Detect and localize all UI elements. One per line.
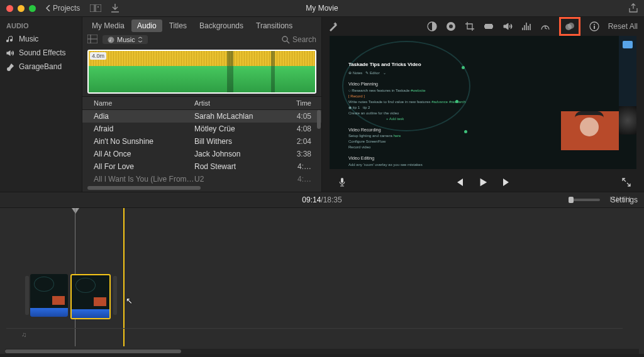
sidebar-item-label: GarageBand xyxy=(19,62,62,71)
search-icon xyxy=(282,36,290,44)
voiceover-mic-icon[interactable] xyxy=(337,177,347,187)
sidebar-item-label: Sound Effects xyxy=(19,48,66,57)
track-time: 4:08 xyxy=(282,124,321,133)
close-window-button[interactable] xyxy=(6,5,13,12)
svg-point-6 xyxy=(108,36,114,43)
svg-rect-19 xyxy=(594,26,595,29)
video-preview[interactable]: Taskade Tips and Tricks Video ⊕ Notes ✎ … xyxy=(330,36,636,169)
zoom-slider[interactable] xyxy=(569,199,600,201)
list-view-toggle[interactable] xyxy=(87,35,97,45)
crop-icon[interactable] xyxy=(465,21,475,31)
skimmer-head[interactable] xyxy=(72,208,79,214)
tracklist-scrollbar[interactable] xyxy=(317,110,321,129)
import-button[interactable] xyxy=(111,4,119,13)
stabilize-icon[interactable] xyxy=(484,21,494,31)
preview-folder-icon xyxy=(623,41,633,48)
browser-tabs: My Media Audio Titles Backgrounds Transi… xyxy=(82,17,321,32)
audio-waveform-preview[interactable]: 4.0m xyxy=(87,50,316,94)
preview-webcam-pip xyxy=(561,111,619,150)
music-note-icon xyxy=(108,36,114,43)
source-dropdown[interactable]: Music xyxy=(103,35,148,44)
maximize-window-button[interactable] xyxy=(29,5,36,12)
playhead[interactable] xyxy=(123,208,125,346)
search-input[interactable]: Search xyxy=(282,35,316,44)
track-row[interactable]: Adia Sarah McLachlan 4:05 xyxy=(82,110,321,123)
track-row[interactable]: All For Love Rod Stewart 4:… xyxy=(82,160,321,173)
audio-lane[interactable]: ♫ xyxy=(6,328,623,340)
track-row[interactable]: Ain't No Sunshine Bill Withers 2:04 xyxy=(82,135,321,148)
preview-doc-title: Taskade Tips and Tricks Video xyxy=(348,61,474,69)
track-artist: Sarah McLachlan xyxy=(194,112,282,121)
track-list-header: Name Artist Time xyxy=(82,96,321,110)
tab-audio[interactable]: Audio xyxy=(131,19,162,32)
col-time[interactable]: Time xyxy=(282,99,321,107)
svg-rect-0 xyxy=(90,4,94,12)
svg-rect-13 xyxy=(484,25,485,28)
inspector-toolbar: Reset All xyxy=(322,17,644,36)
col-artist[interactable]: Artist xyxy=(194,99,282,107)
enhance-wand-icon[interactable] xyxy=(328,21,338,31)
sidebar-item-sound-effects[interactable]: Sound Effects xyxy=(0,46,82,60)
timeline-clip-selected[interactable] xyxy=(70,274,111,319)
svg-rect-14 xyxy=(492,25,493,28)
track-row[interactable]: Afraid Mötley Crüe 4:08 xyxy=(82,123,321,135)
col-name[interactable]: Name xyxy=(94,99,194,107)
tab-transitions[interactable]: Transitions xyxy=(250,19,298,32)
clip-edge-handle[interactable] xyxy=(25,276,29,315)
source-label: Music xyxy=(117,36,135,43)
sidebar-item-garageband[interactable]: GarageBand xyxy=(0,60,82,74)
track-artist: Mötley Crüe xyxy=(194,124,282,133)
playback-controls xyxy=(322,173,644,192)
tab-backgrounds[interactable]: Backgrounds xyxy=(194,19,249,32)
minimize-window-button[interactable] xyxy=(18,5,25,12)
track-time: 4:… xyxy=(282,175,321,184)
volume-icon[interactable] xyxy=(502,21,513,31)
back-projects-button[interactable]: Projects xyxy=(46,4,80,13)
tab-titles[interactable]: Titles xyxy=(164,19,192,32)
clip-edge-handle[interactable] xyxy=(113,276,117,315)
timeline[interactable]: ↖ ♫ xyxy=(0,208,644,354)
next-button[interactable] xyxy=(502,177,512,187)
track-row[interactable]: All At Once Jack Johnson 3:38 xyxy=(82,148,321,160)
window-controls xyxy=(6,5,36,12)
reset-all-button[interactable]: Reset All xyxy=(608,22,638,31)
sidebar-item-music[interactable]: Music xyxy=(0,32,82,46)
preview-pane: Reset All Taskade Tips and Tricks Video … xyxy=(322,17,644,192)
track-artist: Jack Johnson xyxy=(194,150,282,158)
total-time: 18:35 xyxy=(323,195,342,204)
equalizer-icon[interactable] xyxy=(521,21,531,31)
play-button[interactable] xyxy=(478,177,488,187)
library-view-button[interactable] xyxy=(90,4,101,12)
share-button[interactable] xyxy=(629,3,638,13)
track-list: Adia Sarah McLachlan 4:05 Afraid Mötley … xyxy=(82,110,321,185)
timeline-settings-button[interactable]: Settings xyxy=(611,195,638,204)
clip-filter-icon[interactable] xyxy=(565,21,575,31)
speed-icon[interactable] xyxy=(540,21,550,31)
track-name: Ain't No Sunshine xyxy=(94,137,194,146)
track-time: 4:… xyxy=(282,162,321,171)
media-browser: My Media Audio Titles Backgrounds Transi… xyxy=(82,17,322,192)
preview-content: Taskade Tips and Tricks Video ⊕ Notes ✎ … xyxy=(348,61,474,169)
track-name: All At Once xyxy=(94,150,194,158)
color-balance-icon[interactable] xyxy=(427,21,437,31)
fullscreen-icon[interactable] xyxy=(621,177,631,187)
timeline-hscroll[interactable] xyxy=(5,349,639,354)
timeline-clip[interactable] xyxy=(30,274,68,317)
svg-point-11 xyxy=(449,25,453,28)
prev-button[interactable] xyxy=(454,177,464,187)
track-row[interactable]: All I Want Is You (Live From… U2 4:… xyxy=(82,173,321,185)
track-name: All I Want Is You (Live From… xyxy=(94,175,194,184)
svg-point-7 xyxy=(282,36,287,41)
track-artist: Bill Withers xyxy=(194,137,282,146)
svg-line-8 xyxy=(287,41,289,43)
tab-my-media[interactable]: My Media xyxy=(86,19,130,32)
timecode-bar: 09:14 / 18:35 Settings xyxy=(0,192,644,208)
window-titlebar: Projects My Movie xyxy=(0,0,644,17)
color-wheel-icon[interactable] xyxy=(446,21,456,31)
track-time: 3:38 xyxy=(282,150,321,158)
waveform-duration-badge: 4.0m xyxy=(90,52,106,60)
sidebar-item-label: Music xyxy=(19,35,38,43)
browser-hscroll[interactable] xyxy=(87,185,316,190)
library-sidebar: AUDIO Music Sound Effects GarageBand xyxy=(0,17,82,192)
info-icon[interactable] xyxy=(589,21,599,31)
